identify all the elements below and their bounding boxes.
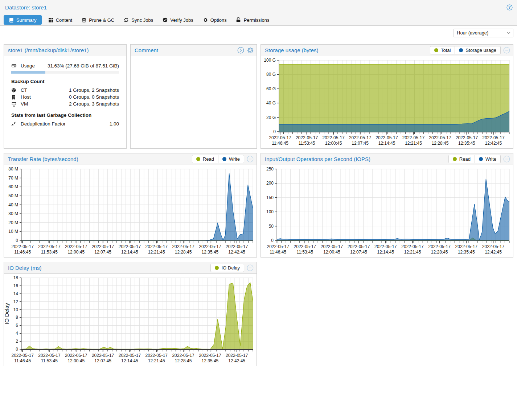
svg-text:50 M: 50 M xyxy=(8,193,18,198)
unlock-icon xyxy=(236,17,241,22)
building-icon xyxy=(11,95,17,100)
tab-prune-gc[interactable]: Prune & GC xyxy=(77,15,119,25)
svg-text:14: 14 xyxy=(13,291,19,296)
chart-legend: ReadWrite xyxy=(192,155,244,163)
tab-label: Sync Jobs xyxy=(131,17,153,23)
collapse-icon[interactable] xyxy=(247,264,254,271)
svg-text:12: 12 xyxy=(13,299,19,304)
svg-text:11:53:45: 11:53:45 xyxy=(296,250,313,255)
svg-text:10 M: 10 M xyxy=(8,229,18,234)
panel-header: store1 (/mnt/backup/disk1/store1) xyxy=(4,45,126,56)
storage-usage-chart: 020 G40 G60 G80 G100 G2022-05-1711:46:45… xyxy=(261,56,513,148)
svg-text:12:35:45: 12:35:45 xyxy=(458,250,475,255)
legend-item-read[interactable]: Read xyxy=(192,155,218,163)
svg-text:12:42:45: 12:42:45 xyxy=(228,358,245,363)
svg-text:2022-05-17: 2022-05-17 xyxy=(322,135,345,140)
chart-svg: 010 M20 M30 M40 M50 M60 M70 M80 M2022-05… xyxy=(4,165,257,257)
collapse-icon[interactable] xyxy=(503,47,510,54)
svg-text:2022-05-17: 2022-05-17 xyxy=(12,353,34,358)
expand-circle-icon[interactable] xyxy=(237,47,244,54)
svg-text:2022-05-17: 2022-05-17 xyxy=(401,244,424,249)
usage-value: 31.63% (27.68 GiB of 87.51 GiB) xyxy=(48,63,119,69)
svg-text:?: ? xyxy=(508,5,510,9)
svg-text:60 G: 60 G xyxy=(266,86,276,91)
svg-text:16: 16 xyxy=(13,283,19,288)
chart-legend: TotalStorage usage xyxy=(430,46,501,54)
tab-summary[interactable]: Summary xyxy=(4,15,42,25)
svg-text:12:00:45: 12:00:45 xyxy=(323,250,340,255)
svg-text:8: 8 xyxy=(16,315,18,320)
legend-item-write[interactable]: Write xyxy=(218,155,244,163)
comment-body[interactable] xyxy=(131,56,257,148)
panel-title: IO Delay (ms) xyxy=(8,265,42,271)
legend-item-io-delay[interactable]: IO Delay xyxy=(210,264,244,272)
svg-text:2022-05-17: 2022-05-17 xyxy=(267,244,290,249)
read-dot-icon xyxy=(196,157,200,161)
legend-item-total[interactable]: Total xyxy=(430,46,455,54)
tab-permissions[interactable]: Permissions xyxy=(232,15,274,25)
dedup-label: Deduplication Factor xyxy=(21,121,66,127)
panel-title: Input/Output Operations per Second (IOPS… xyxy=(265,156,370,162)
tab-bar: Summary Content Prune & GC Sync Jobs Ver… xyxy=(0,15,517,26)
svg-text:60 M: 60 M xyxy=(8,184,18,189)
svg-text:11:46:45: 11:46:45 xyxy=(272,141,288,146)
io-delay-dot-icon xyxy=(215,266,219,270)
svg-text:2022-05-17: 2022-05-17 xyxy=(145,353,168,358)
svg-text:12:28:45: 12:28:45 xyxy=(175,358,192,363)
read-dot-icon xyxy=(453,157,457,161)
collapse-icon[interactable] xyxy=(503,156,510,162)
svg-text:2022-05-17: 2022-05-17 xyxy=(38,353,61,358)
svg-text:10: 10 xyxy=(13,307,19,312)
svg-text:12:21:45: 12:21:45 xyxy=(148,250,165,255)
svg-text:0: 0 xyxy=(271,238,274,243)
svg-text:12:07:45: 12:07:45 xyxy=(94,250,111,255)
legend-label: Total xyxy=(441,48,451,53)
collapse-icon[interactable] xyxy=(247,156,254,162)
timeframe-select[interactable]: Hour (average) xyxy=(454,29,513,37)
panel-title: Transfer Rate (bytes/second) xyxy=(8,156,78,162)
svg-text:18: 18 xyxy=(13,275,19,280)
svg-text:2022-05-17: 2022-05-17 xyxy=(294,244,316,249)
tab-label: Summary xyxy=(16,17,37,23)
tab-verify-jobs[interactable]: Verify Jobs xyxy=(158,15,198,25)
help-icon[interactable]: ? xyxy=(506,4,513,11)
svg-text:12:07:45: 12:07:45 xyxy=(350,250,367,255)
svg-text:2022-05-17: 2022-05-17 xyxy=(321,244,343,249)
host-value: 0 Groups, 0 Snapshots xyxy=(69,94,119,100)
svg-text:12:28:45: 12:28:45 xyxy=(431,250,448,255)
svg-text:12:42:45: 12:42:45 xyxy=(485,250,502,255)
storage-usage-dot-icon xyxy=(459,48,463,52)
svg-text:100 G: 100 G xyxy=(264,58,276,63)
vm-label: VM xyxy=(21,101,28,107)
gc-stats-title: Stats from last Garbage Collection xyxy=(11,112,119,118)
svg-text:12:42:45: 12:42:45 xyxy=(228,250,245,255)
transfer-rate-chart: 010 M20 M30 M40 M50 M60 M70 M80 M2022-05… xyxy=(4,165,257,257)
svg-text:2022-05-17: 2022-05-17 xyxy=(145,244,168,249)
check-circle-icon xyxy=(163,17,168,22)
svg-text:2022-05-17: 2022-05-17 xyxy=(12,244,34,249)
svg-text:2: 2 xyxy=(16,339,18,344)
legend-item-read[interactable]: Read xyxy=(448,155,475,163)
svg-text:12:42:45: 12:42:45 xyxy=(485,141,502,146)
svg-text:2022-05-17: 2022-05-17 xyxy=(119,353,141,358)
legend-item-storage-usage[interactable]: Storage usage xyxy=(455,46,501,54)
page-title: Datastore: store1 xyxy=(5,4,47,11)
svg-text:12:07:45: 12:07:45 xyxy=(94,358,111,363)
tab-label: Content xyxy=(56,17,73,23)
storage-usage-panel: Storage usage (bytes) TotalStorage usage… xyxy=(260,44,513,149)
backup-count-title: Backup Count xyxy=(11,79,119,84)
ct-label: CT xyxy=(21,87,27,93)
svg-text:2022-05-17: 2022-05-17 xyxy=(348,244,370,249)
legend-label: Read xyxy=(459,156,471,162)
tab-sync-jobs[interactable]: Sync Jobs xyxy=(119,15,157,25)
write-dot-icon xyxy=(222,157,226,161)
settings-gear-icon[interactable] xyxy=(247,47,254,54)
tab-options[interactable]: Options xyxy=(198,15,231,25)
datastore-summary-panel: store1 (/mnt/backup/disk1/store1) Usage … xyxy=(4,44,127,149)
tab-content[interactable]: Content xyxy=(44,15,77,25)
chart-svg: 0501001502002502022-05-1711:46:452022-05… xyxy=(261,165,513,257)
svg-text:150: 150 xyxy=(266,195,274,200)
svg-text:2022-05-17: 2022-05-17 xyxy=(172,353,194,358)
panel-title: Comment xyxy=(135,47,158,53)
legend-item-write[interactable]: Write xyxy=(475,155,501,163)
